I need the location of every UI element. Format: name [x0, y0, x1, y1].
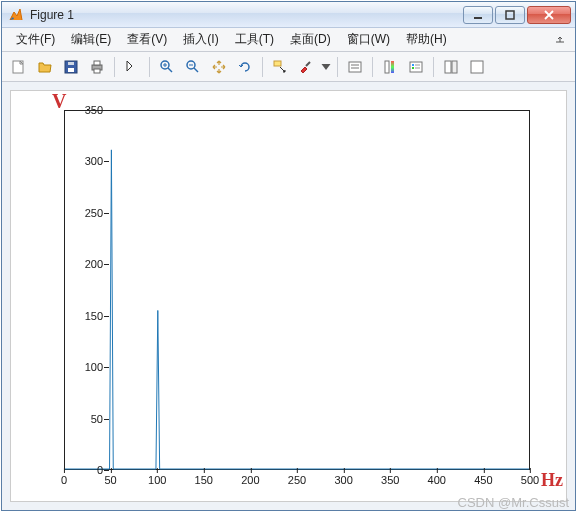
- y-tick-label: 350: [73, 104, 103, 116]
- x-tick-label: 200: [241, 474, 259, 486]
- x-tick-label: 100: [148, 474, 166, 486]
- axes: [64, 110, 530, 470]
- x-tick-label: 50: [104, 474, 116, 486]
- svg-rect-17: [452, 61, 457, 73]
- menu-file[interactable]: 文件(F): [8, 28, 63, 51]
- print-button[interactable]: [85, 55, 109, 79]
- svg-rect-1: [506, 11, 514, 19]
- x-tick-label: 300: [334, 474, 352, 486]
- matlab-icon: [8, 7, 24, 23]
- menu-view[interactable]: 查看(V): [119, 28, 175, 51]
- data-cursor-button[interactable]: [268, 55, 292, 79]
- menu-desktop[interactable]: 桌面(D): [282, 28, 339, 51]
- x-axis-label: Hz: [541, 470, 563, 491]
- svg-rect-4: [68, 68, 74, 72]
- svg-rect-16: [445, 61, 451, 73]
- y-tick-label: 150: [73, 310, 103, 322]
- svg-rect-15: [410, 62, 422, 72]
- brush-button[interactable]: [294, 55, 318, 79]
- show-tools-button[interactable]: [465, 55, 489, 79]
- x-tick-label: 400: [428, 474, 446, 486]
- svg-rect-13: [385, 61, 389, 73]
- window-title: Figure 1: [30, 8, 463, 22]
- edit-plot-button[interactable]: [120, 55, 144, 79]
- maximize-button[interactable]: [495, 6, 525, 24]
- menu-tools[interactable]: 工具(T): [227, 28, 282, 51]
- toolbar-dropdown-icon[interactable]: [553, 33, 567, 47]
- open-button[interactable]: [33, 55, 57, 79]
- svg-rect-12: [349, 62, 361, 72]
- link-button[interactable]: [343, 55, 367, 79]
- new-figure-button[interactable]: [7, 55, 31, 79]
- menu-window[interactable]: 窗口(W): [339, 28, 398, 51]
- zoom-out-button[interactable]: [181, 55, 205, 79]
- y-tick-label: 250: [73, 207, 103, 219]
- x-tick-label: 350: [381, 474, 399, 486]
- minimize-button[interactable]: [463, 6, 493, 24]
- menu-help[interactable]: 帮助(H): [398, 28, 455, 51]
- x-tick-label: 150: [195, 474, 213, 486]
- svg-rect-8: [94, 69, 100, 73]
- menu-insert[interactable]: 插入(I): [175, 28, 226, 51]
- svg-rect-7: [94, 61, 100, 65]
- svg-rect-0: [474, 17, 482, 19]
- y-tick-label: 200: [73, 258, 103, 270]
- plot-line: [65, 111, 529, 469]
- x-tick-label: 0: [61, 474, 67, 486]
- colorbar-button[interactable]: [378, 55, 402, 79]
- y-tick-label: 50: [73, 413, 103, 425]
- svg-rect-18: [471, 61, 483, 73]
- figure-window: Figure 1 文件(F) 编辑(E) 查看(V) 插入(I) 工具(T) 桌…: [1, 1, 576, 511]
- hide-tools-button[interactable]: [439, 55, 463, 79]
- pan-button[interactable]: [207, 55, 231, 79]
- y-tick-label: 300: [73, 155, 103, 167]
- toolbar: [2, 52, 575, 82]
- zoom-in-button[interactable]: [155, 55, 179, 79]
- menubar: 文件(F) 编辑(E) 查看(V) 插入(I) 工具(T) 桌面(D) 窗口(W…: [2, 28, 575, 52]
- svg-rect-11: [274, 61, 281, 66]
- plot-area[interactable]: V Hz 05010015020025030035005010015020025…: [2, 82, 575, 510]
- x-tick-label: 500: [521, 474, 539, 486]
- brush-dropdown-icon[interactable]: [320, 55, 332, 79]
- rotate-button[interactable]: [233, 55, 257, 79]
- close-button[interactable]: [527, 6, 571, 24]
- svg-rect-5: [68, 62, 74, 65]
- svg-rect-14: [391, 61, 394, 73]
- y-tick-label: 100: [73, 361, 103, 373]
- legend-button[interactable]: [404, 55, 428, 79]
- x-tick-label: 250: [288, 474, 306, 486]
- x-tick-label: 450: [474, 474, 492, 486]
- y-tick-label: 0: [73, 464, 103, 476]
- menu-edit[interactable]: 编辑(E): [63, 28, 119, 51]
- titlebar[interactable]: Figure 1: [2, 2, 575, 28]
- save-button[interactable]: [59, 55, 83, 79]
